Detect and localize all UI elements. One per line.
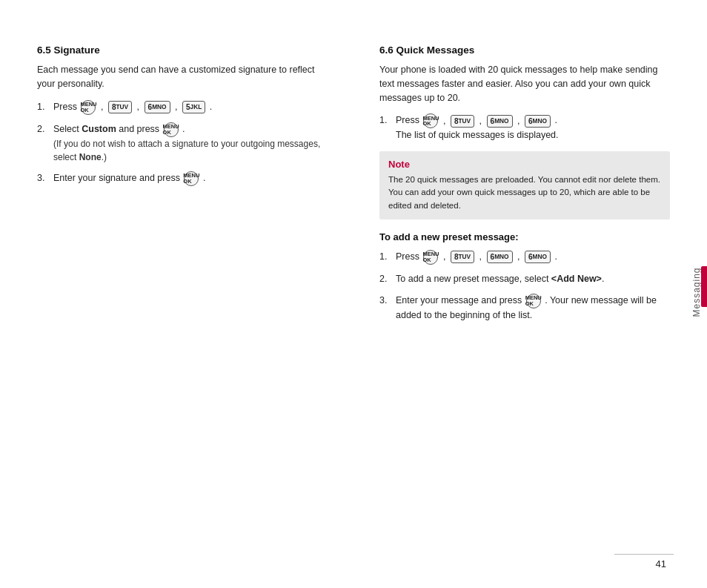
right-step-1-content: Press MENUOK , 8TUV , 6MNO , 6MNO . The …: [396, 113, 670, 142]
step-number-2: 2.: [37, 122, 53, 136]
add-step-number-3: 3.: [379, 294, 396, 308]
side-tab-bar: [701, 266, 707, 307]
btn-menu-ok-r1: MENUOK: [423, 113, 438, 128]
btn-8tuv-r: 8TUV: [451, 115, 474, 128]
add-step-3: 3. Enter your message and press MENUOK .…: [379, 294, 670, 323]
step-3-text: Enter your signature and press: [53, 173, 182, 183]
add-step-2: 2. To add a new preset message, select <…: [379, 272, 670, 286]
left-intro: Each message you send can have a customi…: [37, 63, 328, 91]
step-3-content: Enter your signature and press MENUOK .: [53, 171, 328, 186]
add-new-label: <Add New>: [551, 274, 602, 284]
left-column: 6.5 Signature Each message you send can …: [37, 44, 342, 558]
btn-6mno-a2: 6MNO: [525, 251, 551, 263]
left-section-title: 6.5 Signature: [37, 44, 328, 56]
btn-menu-ok-1: MENUOK: [81, 100, 96, 115]
right-step-number-1: 1.: [379, 113, 396, 128]
add-step-number-2: 2.: [379, 272, 396, 286]
btn-6mno-1: 6MNO: [145, 101, 170, 113]
right-step-1-sub: The list of quick messages is displayed.: [396, 128, 670, 142]
step-1-text: Press: [53, 102, 79, 112]
step-number-3: 3.: [37, 171, 53, 185]
step-1-content: Press MENUOK , 8TUV , 6MNO , 5JKL .: [53, 100, 328, 115]
page-container: 6.5 Signature Each message you send can …: [0, 0, 707, 588]
btn-menu-ok-a1: MENUOK: [423, 250, 438, 265]
right-intro: Your phone is loaded with 20 quick messa…: [379, 63, 670, 105]
side-tab: Messaging: [686, 267, 707, 321]
main-content: 6.5 Signature Each message you send can …: [0, 0, 707, 588]
add-step-3-text: Enter your message and press: [396, 295, 525, 305]
note-title: Note: [388, 159, 661, 170]
btn-5jkl: 5JKL: [182, 101, 205, 113]
step-number-1: 1.: [37, 100, 53, 114]
step-2-subtext: (If you do not wish to attach a signatur…: [53, 137, 328, 164]
left-step-1: 1. Press MENUOK , 8TUV , 6MNO , 5JKL .: [37, 100, 328, 115]
right-section-title: 6.6 Quick Messages: [379, 44, 670, 56]
page-number: 41: [656, 558, 666, 569]
right-column: 6.6 Quick Messages Your phone is loaded …: [372, 44, 670, 558]
note-box: Note The 20 quick messages are preloaded…: [379, 151, 670, 219]
right-step-1-text: Press: [396, 116, 422, 126]
add-step-1-content: Press MENUOK , 8TUV , 6MNO , 6MNO .: [396, 250, 670, 265]
btn-6mno-a1: 6MNO: [487, 251, 513, 263]
note-body: The 20 quick messages are preloaded. You…: [388, 174, 661, 212]
add-step-2-text: To add a new preset message, select: [396, 274, 551, 284]
btn-6mno-r2: 6MNO: [525, 115, 551, 128]
add-step-2-content: To add a new preset message, select <Add…: [396, 272, 670, 286]
right-step-1: 1. Press MENUOK , 8TUV , 6MNO , 6MNO . T…: [379, 113, 670, 142]
divider-line: [614, 554, 674, 555]
step-2-content: Select Custom and press MENUOK . (If you…: [53, 122, 328, 164]
add-step-1-text: Press: [396, 251, 422, 262]
left-step-2: 2. Select Custom and press MENUOK . (If …: [37, 122, 328, 164]
side-tab-label: Messaging: [691, 267, 702, 317]
btn-menu-ok-3: MENUOK: [184, 171, 199, 186]
custom-label: Custom: [82, 124, 116, 134]
add-step-1: 1. Press MENUOK , 8TUV , 6MNO , 6MNO .: [379, 250, 670, 265]
left-step-3: 3. Enter your signature and press MENUOK…: [37, 171, 328, 186]
add-step-3-content: Enter your message and press MENUOK . Yo…: [396, 294, 670, 323]
to-add-title: To add a new preset message:: [379, 231, 670, 242]
btn-6mno-r1: 6MNO: [487, 115, 513, 128]
btn-menu-ok-a3: MENUOK: [526, 294, 541, 308]
btn-8tuv: 8TUV: [108, 101, 132, 113]
btn-8tuv-a: 8TUV: [451, 251, 474, 263]
add-step-number-1: 1.: [379, 250, 396, 264]
btn-menu-ok-2: MENUOK: [164, 122, 179, 137]
